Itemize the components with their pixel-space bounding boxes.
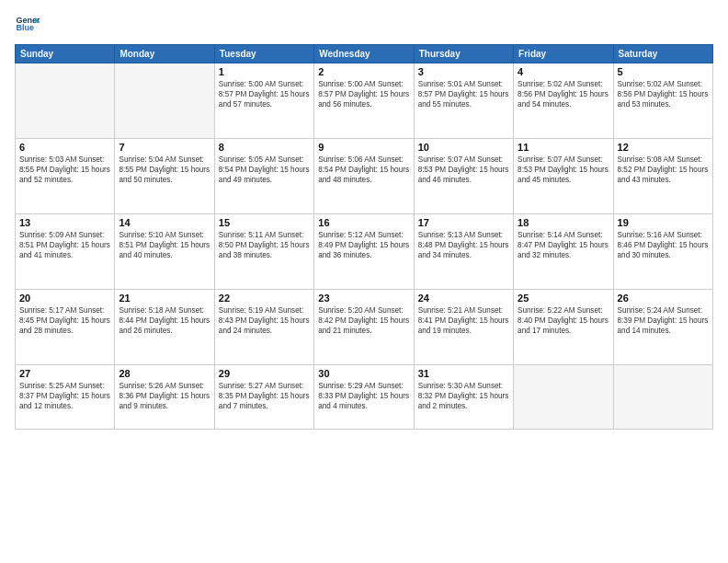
- calendar-cell: 18Sunrise: 5:14 AM Sunset: 8:47 PM Dayli…: [514, 214, 613, 290]
- calendar-cell: 22Sunrise: 5:19 AM Sunset: 8:43 PM Dayli…: [214, 290, 313, 365]
- day-info: Sunrise: 5:05 AM Sunset: 8:54 PM Dayligh…: [219, 155, 310, 185]
- week-row-4: 20Sunrise: 5:17 AM Sunset: 8:45 PM Dayli…: [16, 290, 713, 365]
- day-info: Sunrise: 5:04 AM Sunset: 8:55 PM Dayligh…: [119, 155, 210, 185]
- day-number: 30: [318, 368, 409, 379]
- calendar-cell: [16, 63, 115, 139]
- day-number: 6: [19, 142, 110, 153]
- day-info: Sunrise: 5:27 AM Sunset: 8:35 PM Dayligh…: [219, 381, 310, 411]
- day-info: Sunrise: 5:00 AM Sunset: 8:57 PM Dayligh…: [318, 79, 409, 109]
- day-number: 17: [418, 217, 509, 228]
- weekday-header-friday: Friday: [514, 45, 613, 63]
- day-info: Sunrise: 5:11 AM Sunset: 8:50 PM Dayligh…: [219, 230, 310, 260]
- day-number: 16: [318, 217, 409, 228]
- weekday-header-tuesday: Tuesday: [214, 45, 313, 63]
- calendar-cell: 31Sunrise: 5:30 AM Sunset: 8:32 PM Dayli…: [414, 365, 513, 430]
- day-number: 5: [618, 66, 709, 77]
- calendar-cell: 4Sunrise: 5:02 AM Sunset: 8:56 PM Daylig…: [514, 63, 613, 139]
- logo-icon: General Blue: [15, 11, 40, 37]
- day-info: Sunrise: 5:30 AM Sunset: 8:32 PM Dayligh…: [418, 381, 509, 411]
- day-info: Sunrise: 5:02 AM Sunset: 8:56 PM Dayligh…: [518, 79, 609, 109]
- day-info: Sunrise: 5:20 AM Sunset: 8:42 PM Dayligh…: [318, 305, 409, 336]
- day-number: 23: [318, 293, 409, 304]
- day-info: Sunrise: 5:25 AM Sunset: 8:37 PM Dayligh…: [19, 381, 110, 411]
- calendar-cell: 3Sunrise: 5:01 AM Sunset: 8:57 PM Daylig…: [414, 63, 513, 139]
- calendar-cell: 12Sunrise: 5:08 AM Sunset: 8:52 PM Dayli…: [613, 139, 712, 214]
- header: General Blue: [15, 11, 713, 37]
- day-number: 7: [119, 142, 210, 153]
- day-info: Sunrise: 5:10 AM Sunset: 8:51 PM Dayligh…: [119, 230, 210, 260]
- day-number: 21: [119, 293, 210, 304]
- calendar-cell: 8Sunrise: 5:05 AM Sunset: 8:54 PM Daylig…: [214, 139, 313, 214]
- calendar-cell: 13Sunrise: 5:09 AM Sunset: 8:51 PM Dayli…: [16, 214, 115, 290]
- day-info: Sunrise: 5:18 AM Sunset: 8:44 PM Dayligh…: [119, 305, 210, 336]
- weekday-header-monday: Monday: [115, 45, 214, 63]
- day-info: Sunrise: 5:21 AM Sunset: 8:41 PM Dayligh…: [418, 305, 509, 336]
- day-number: 8: [219, 142, 310, 153]
- calendar-cell: 16Sunrise: 5:12 AM Sunset: 8:49 PM Dayli…: [314, 214, 414, 290]
- day-info: Sunrise: 5:06 AM Sunset: 8:54 PM Dayligh…: [318, 155, 409, 185]
- week-row-5: 27Sunrise: 5:25 AM Sunset: 8:37 PM Dayli…: [16, 365, 713, 430]
- day-info: Sunrise: 5:24 AM Sunset: 8:39 PM Dayligh…: [618, 305, 709, 336]
- day-info: Sunrise: 5:08 AM Sunset: 8:52 PM Dayligh…: [618, 155, 709, 185]
- calendar-cell: 11Sunrise: 5:07 AM Sunset: 8:53 PM Dayli…: [514, 139, 613, 214]
- day-info: Sunrise: 5:14 AM Sunset: 8:47 PM Dayligh…: [518, 230, 609, 260]
- week-row-1: 1Sunrise: 5:00 AM Sunset: 8:57 PM Daylig…: [16, 63, 713, 139]
- day-number: 1: [219, 66, 310, 77]
- day-number: 19: [618, 217, 709, 228]
- calendar-page: General Blue SundayMondayTuesdayWednesda…: [0, 0, 728, 563]
- calendar-cell: [613, 365, 712, 430]
- svg-text:Blue: Blue: [16, 23, 34, 32]
- day-info: Sunrise: 5:09 AM Sunset: 8:51 PM Dayligh…: [19, 230, 110, 260]
- day-number: 28: [119, 368, 210, 379]
- calendar-cell: 29Sunrise: 5:27 AM Sunset: 8:35 PM Dayli…: [214, 365, 313, 430]
- calendar-cell: 5Sunrise: 5:02 AM Sunset: 8:56 PM Daylig…: [613, 63, 712, 139]
- day-number: 18: [518, 217, 609, 228]
- day-number: 22: [219, 293, 310, 304]
- day-number: 15: [219, 217, 310, 228]
- day-info: Sunrise: 5:16 AM Sunset: 8:46 PM Dayligh…: [618, 230, 709, 260]
- weekday-header-thursday: Thursday: [414, 45, 513, 63]
- day-number: 4: [518, 66, 609, 77]
- week-row-3: 13Sunrise: 5:09 AM Sunset: 8:51 PM Dayli…: [16, 214, 713, 290]
- calendar-cell: 21Sunrise: 5:18 AM Sunset: 8:44 PM Dayli…: [115, 290, 214, 365]
- day-number: 24: [418, 293, 509, 304]
- week-row-2: 6Sunrise: 5:03 AM Sunset: 8:55 PM Daylig…: [16, 139, 713, 214]
- day-number: 11: [518, 142, 609, 153]
- calendar-cell: [514, 365, 613, 430]
- day-info: Sunrise: 5:26 AM Sunset: 8:36 PM Dayligh…: [119, 381, 210, 411]
- calendar-cell: 2Sunrise: 5:00 AM Sunset: 8:57 PM Daylig…: [314, 63, 414, 139]
- calendar-cell: 10Sunrise: 5:07 AM Sunset: 8:53 PM Dayli…: [414, 139, 513, 214]
- day-number: 14: [119, 217, 210, 228]
- day-number: 20: [19, 293, 110, 304]
- day-number: 3: [418, 66, 509, 77]
- calendar-cell: 15Sunrise: 5:11 AM Sunset: 8:50 PM Dayli…: [214, 214, 313, 290]
- calendar-cell: 17Sunrise: 5:13 AM Sunset: 8:48 PM Dayli…: [414, 214, 513, 290]
- day-number: 2: [318, 66, 409, 77]
- day-info: Sunrise: 5:00 AM Sunset: 8:57 PM Dayligh…: [219, 79, 310, 109]
- day-number: 26: [618, 293, 709, 304]
- weekday-header-row: SundayMondayTuesdayWednesdayThursdayFrid…: [16, 45, 713, 63]
- calendar-cell: 6Sunrise: 5:03 AM Sunset: 8:55 PM Daylig…: [16, 139, 115, 214]
- calendar-cell: 26Sunrise: 5:24 AM Sunset: 8:39 PM Dayli…: [613, 290, 712, 365]
- day-info: Sunrise: 5:02 AM Sunset: 8:56 PM Dayligh…: [618, 79, 709, 109]
- day-info: Sunrise: 5:13 AM Sunset: 8:48 PM Dayligh…: [418, 230, 509, 260]
- weekday-header-wednesday: Wednesday: [314, 45, 414, 63]
- day-number: 12: [618, 142, 709, 153]
- calendar-table: SundayMondayTuesdayWednesdayThursdayFrid…: [15, 44, 713, 430]
- calendar-cell: 27Sunrise: 5:25 AM Sunset: 8:37 PM Dayli…: [16, 365, 115, 430]
- day-info: Sunrise: 5:29 AM Sunset: 8:33 PM Dayligh…: [318, 381, 409, 411]
- calendar-cell: 23Sunrise: 5:20 AM Sunset: 8:42 PM Dayli…: [314, 290, 414, 365]
- calendar-cell: 30Sunrise: 5:29 AM Sunset: 8:33 PM Dayli…: [314, 365, 414, 430]
- calendar-cell: 19Sunrise: 5:16 AM Sunset: 8:46 PM Dayli…: [613, 214, 712, 290]
- calendar-cell: [115, 63, 214, 139]
- day-number: 10: [418, 142, 509, 153]
- day-info: Sunrise: 5:17 AM Sunset: 8:45 PM Dayligh…: [19, 305, 110, 336]
- calendar-cell: 7Sunrise: 5:04 AM Sunset: 8:55 PM Daylig…: [115, 139, 214, 214]
- day-info: Sunrise: 5:07 AM Sunset: 8:53 PM Dayligh…: [418, 155, 509, 185]
- day-number: 9: [318, 142, 409, 153]
- day-number: 31: [418, 368, 509, 379]
- calendar-cell: 1Sunrise: 5:00 AM Sunset: 8:57 PM Daylig…: [214, 63, 313, 139]
- weekday-header-saturday: Saturday: [613, 45, 712, 63]
- day-number: 25: [518, 293, 609, 304]
- day-number: 29: [219, 368, 310, 379]
